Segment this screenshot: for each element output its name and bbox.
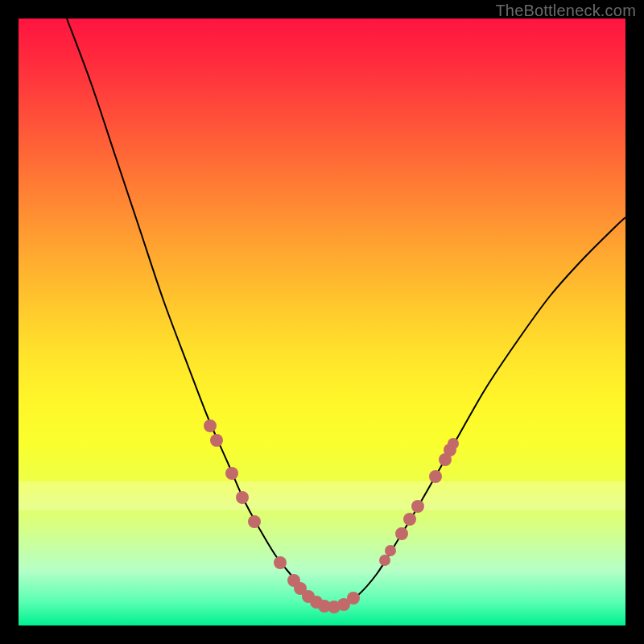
- data-marker: [236, 491, 249, 504]
- plot-area: [19, 19, 625, 625]
- data-marker: [274, 556, 287, 569]
- data-marker: [347, 592, 360, 605]
- data-marker: [379, 555, 390, 566]
- data-marker: [248, 515, 261, 528]
- data-marker: [411, 500, 424, 513]
- data-marker: [210, 434, 223, 447]
- watermark-text: TheBottleneck.com: [495, 2, 636, 20]
- data-marker: [395, 527, 408, 540]
- marker-group: [204, 419, 459, 613]
- data-marker: [385, 545, 396, 556]
- chart-svg: [19, 19, 625, 625]
- curve-path: [67, 19, 625, 608]
- data-marker: [225, 467, 238, 480]
- data-marker: [448, 438, 459, 449]
- data-marker: [403, 513, 416, 526]
- data-marker: [204, 419, 217, 432]
- data-marker: [429, 470, 442, 483]
